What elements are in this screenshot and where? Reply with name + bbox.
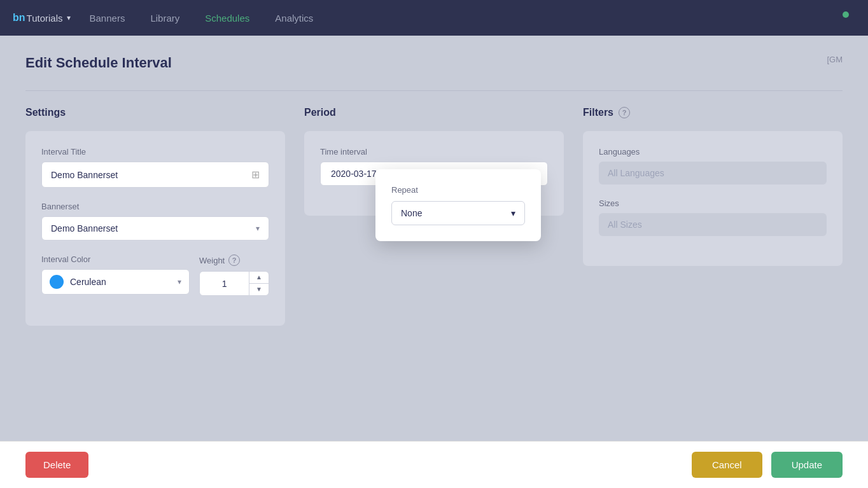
- filters-section: Filters ? Languages All Languages Sizes …: [583, 107, 843, 400]
- weight-input[interactable]: 1 ▲ ▼: [199, 271, 269, 296]
- table-icon: ⊞: [251, 169, 260, 181]
- color-dot: [50, 275, 64, 289]
- languages-placeholder: All Languages: [608, 168, 664, 178]
- action-buttons: Cancel Update: [692, 452, 843, 478]
- bannerset-group: Bannerset Demo Bannerset ▾: [41, 202, 269, 241]
- nav-brand[interactable]: bn Tutorials ▾: [13, 12, 71, 24]
- bottom-actions: Delete Cancel Update: [0, 441, 868, 488]
- navigation: bn Tutorials ▾ Banners Library Schedules…: [0, 0, 868, 36]
- main-content: Edit Schedule Interval [GM Settings Inte…: [0, 36, 868, 488]
- languages-group: Languages All Languages: [599, 147, 827, 185]
- time-interval-label: Time interval: [320, 147, 548, 157]
- weight-label: Weight ?: [199, 254, 269, 266]
- color-weight-group: Interval Color Cerulean ▾ Weight ?: [41, 254, 269, 296]
- period-section: Period Time interval 2020-03-17 00:00 To…: [304, 107, 564, 400]
- color-name: Cerulean: [70, 277, 171, 287]
- cancel-button[interactable]: Cancel: [692, 452, 762, 478]
- nav-link-library[interactable]: Library: [150, 13, 179, 24]
- weight-increment-button[interactable]: ▲: [249, 272, 269, 284]
- brand-chevron-icon: ▾: [67, 13, 71, 22]
- sizes-group: Sizes All Sizes: [599, 199, 827, 236]
- filters-title: Filters ?: [583, 107, 843, 118]
- interval-title-group: Interval Title Demo Bannerset ⊞: [41, 147, 269, 188]
- filters-help-icon[interactable]: ?: [619, 107, 630, 118]
- repeat-value: None: [401, 208, 422, 218]
- bannerset-select[interactable]: Demo Bannerset ▾: [41, 216, 269, 241]
- weight-decrement-button[interactable]: ▼: [249, 284, 269, 295]
- delete-button[interactable]: Delete: [25, 452, 88, 478]
- color-field-wrapper: Interval Color Cerulean ▾: [41, 254, 190, 296]
- weight-label-text: Weight: [199, 256, 225, 265]
- nav-link-banners[interactable]: Banners: [90, 13, 125, 24]
- filters-card: Languages All Languages Sizes All Sizes: [583, 131, 843, 266]
- brand-tutorials: Tutorials: [27, 13, 63, 24]
- sizes-label: Sizes: [599, 199, 827, 208]
- period-title: Period: [304, 107, 564, 118]
- page-title: Edit Schedule Interval: [25, 55, 172, 71]
- nav-link-analytics[interactable]: Analytics: [275, 13, 313, 24]
- update-button[interactable]: Update: [771, 452, 843, 478]
- sections-row: Settings Interval Title Demo Bannerset ⊞…: [25, 107, 843, 400]
- repeat-label: Repeat: [391, 185, 525, 195]
- repeat-select[interactable]: None ▾: [391, 201, 525, 225]
- weight-value: 1: [200, 279, 249, 289]
- bannerset-value: Demo Bannerset: [51, 223, 118, 234]
- sizes-placeholder: All Sizes: [608, 220, 642, 230]
- color-chevron-icon: ▾: [178, 277, 181, 286]
- bannerset-label: Bannerset: [41, 202, 269, 211]
- nav-status-indicator: [843, 11, 849, 18]
- languages-input[interactable]: All Languages: [599, 162, 827, 185]
- filters-title-text: Filters: [583, 107, 613, 118]
- repeat-chevron-icon: ▾: [511, 208, 515, 218]
- page-header: Edit Schedule Interval [GM: [25, 55, 843, 71]
- interval-title-label: Interval Title: [41, 147, 269, 157]
- settings-title-text: Settings: [25, 107, 66, 118]
- settings-title: Settings: [25, 107, 285, 118]
- color-label: Interval Color: [41, 254, 190, 264]
- sizes-input[interactable]: All Sizes: [599, 213, 827, 236]
- settings-card: Interval Title Demo Bannerset ⊞ Bannerse…: [25, 131, 285, 326]
- bannerset-chevron-icon: ▾: [256, 224, 260, 233]
- color-weight-row: Interval Color Cerulean ▾ Weight ?: [41, 254, 269, 296]
- nav-link-schedules[interactable]: Schedules: [205, 13, 249, 24]
- gmt-label: [GM: [827, 55, 843, 64]
- color-select[interactable]: Cerulean ▾: [41, 269, 190, 295]
- repeat-popup: Repeat None ▾: [375, 169, 541, 241]
- weight-field-wrapper: Weight ? 1 ▲ ▼: [199, 254, 269, 296]
- settings-section: Settings Interval Title Demo Bannerset ⊞…: [25, 107, 285, 400]
- languages-label: Languages: [599, 147, 827, 157]
- weight-controls: ▲ ▼: [249, 272, 269, 295]
- weight-help-icon[interactable]: ?: [228, 254, 240, 266]
- interval-title-value: Demo Bannerset: [51, 170, 118, 180]
- brand-bn: bn: [13, 12, 25, 24]
- interval-title-input[interactable]: Demo Bannerset ⊞: [41, 162, 269, 188]
- header-divider: [25, 90, 843, 91]
- nav-links: Banners Library Schedules Analytics: [90, 13, 314, 24]
- period-title-text: Period: [304, 107, 336, 118]
